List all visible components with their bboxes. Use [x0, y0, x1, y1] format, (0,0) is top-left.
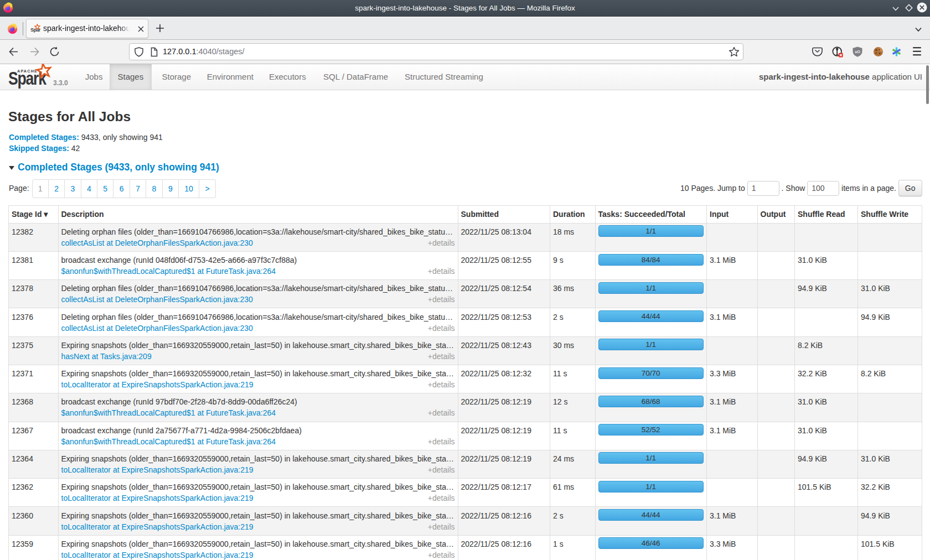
svg-text:uO: uO	[855, 50, 860, 54]
